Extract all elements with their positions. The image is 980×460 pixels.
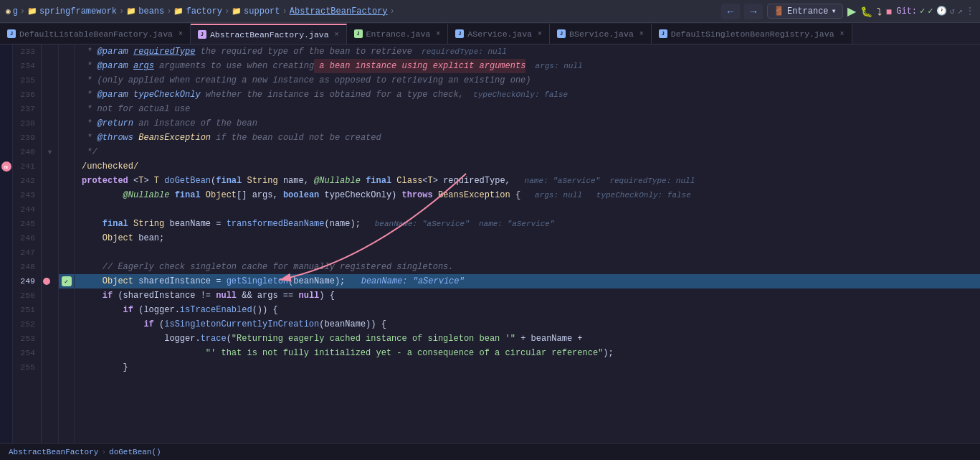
- line-numbers: 233 234 235 236 237 238 239 240 241 242 …: [13, 44, 42, 443]
- linenum-248: 248: [13, 260, 35, 274]
- left-marker-249: [0, 260, 12, 274]
- stop-button[interactable]: ■: [886, 6, 892, 17]
- tab-close-abstractbeanfactory[interactable]: ×: [335, 31, 339, 39]
- status-class[interactable]: AbstractBeanFactory: [9, 448, 98, 456]
- linenum-244: 244: [13, 202, 35, 217]
- git-history-icon[interactable]: 🕐: [936, 6, 947, 17]
- root-icon: ◉: [6, 6, 11, 16]
- code-line-255: }: [75, 360, 980, 375]
- status-breadcrumb: AbstractBeanFactory › doGetBean(): [9, 448, 161, 456]
- step-button[interactable]: ⤵: [877, 6, 882, 17]
- bg-251: [59, 303, 74, 317]
- code-line-237: * not for actual use: [75, 102, 980, 116]
- tab-bservice[interactable]: J BService.java ×: [550, 24, 652, 44]
- bg-235: [59, 73, 74, 88]
- toolbar-right: ← → 🚪 Entrance ▾ ▶ 🐛 ⤵ ■ Git: ✓ ✓ 🕐 ↺ ↗ …: [721, 4, 974, 19]
- breadcrumb-g[interactable]: g: [13, 6, 18, 17]
- tab-defaultlistable[interactable]: J DefaultListableBeanFactory.java ×: [0, 24, 191, 44]
- debug-row-253: [42, 332, 58, 346]
- tab-label-aservice: AService.java: [467, 29, 532, 39]
- breadcrumb-beans[interactable]: beans: [138, 6, 164, 17]
- forward-button[interactable]: →: [744, 4, 763, 19]
- bg-250: [59, 288, 74, 303]
- git-revert-icon[interactable]: ↺: [950, 6, 955, 17]
- linenum-242: 242: [13, 174, 35, 188]
- folder-icon-2: 📁: [126, 6, 136, 16]
- tab-abstractbeanfactory[interactable]: J AbstractBeanFactory.java ×: [191, 24, 347, 44]
- tab-close-bservice[interactable]: ×: [639, 30, 644, 38]
- tab-defaultsingleton[interactable]: J DefaultSingletonBeanRegistry.java ×: [652, 24, 852, 44]
- git-area: Git: ✓ ✓ 🕐 ↺ ↗ ⋮: [896, 6, 974, 17]
- entrance-dropdown[interactable]: 🚪 Entrance ▾: [767, 4, 843, 19]
- tab-aservice[interactable]: J AService.java ×: [448, 24, 550, 44]
- linenum-250: 250: [13, 288, 35, 303]
- check-icon-249: ✓: [62, 276, 72, 286]
- linenum-251: 251: [13, 303, 35, 317]
- bg-255: [59, 360, 74, 375]
- breadcrumb-factory[interactable]: factory: [186, 6, 222, 17]
- code-area[interactable]: * @param requiredType the required type …: [75, 44, 980, 443]
- git-external-icon[interactable]: ↗: [958, 6, 963, 17]
- code-line-236: * @param typeCheckOnly whether the insta…: [75, 88, 980, 102]
- linenum-243: 243: [13, 188, 35, 202]
- fold-icon-240[interactable]: ▼: [47, 149, 52, 156]
- tab-label-entrance: Entrance.java: [366, 29, 431, 39]
- tab-label-defaultlistable: DefaultListableBeanFactory.java: [19, 29, 173, 39]
- code-line-240: */: [75, 145, 980, 159]
- bg-243: [59, 188, 74, 202]
- bg-246: [59, 231, 74, 245]
- breadcrumb-support[interactable]: support: [244, 6, 280, 17]
- breakpoint-249[interactable]: [43, 278, 50, 285]
- tab-icon-entrance: J: [354, 29, 363, 38]
- code-line-246: Object bean;: [75, 231, 980, 245]
- tab-close-aservice[interactable]: ×: [538, 30, 542, 38]
- bg-236: [59, 88, 74, 102]
- code-line-254: "' that is not fully initialized yet - a…: [75, 346, 980, 360]
- debug-row-250: [42, 288, 58, 303]
- linenum-236: 236: [13, 88, 35, 102]
- bg-242: [59, 174, 74, 188]
- debug-row-248: [42, 260, 58, 274]
- entrance-icon: 🚪: [774, 6, 784, 17]
- code-line-249: Object sharedInstance = getSingleton(bea…: [75, 274, 980, 288]
- code-line-238: * @return an instance of the bean: [75, 116, 980, 131]
- git-checkmark-2[interactable]: ✓: [928, 6, 933, 17]
- editor-container: m 233 234 235 236 237 238 239 240 241 24…: [0, 44, 980, 443]
- debug-row-241: [42, 159, 58, 174]
- folder-icon-4: 📁: [232, 6, 242, 16]
- breadcrumb: ◉ g › 📁 springframework › 📁 beans › 📁 fa…: [6, 6, 717, 17]
- tab-entrance[interactable]: J Entrance.java ×: [347, 24, 449, 44]
- code-line-252: if (isSingletonCurrentlyInCreation(beanN…: [75, 317, 980, 332]
- tab-label-abstractbeanfactory: AbstractBeanFactory.java: [210, 30, 329, 39]
- tab-close-entrance[interactable]: ×: [436, 30, 440, 38]
- breadcrumb-abstractbeanfactory[interactable]: AbstractBeanFactory: [290, 6, 388, 17]
- debug-row-254: [42, 346, 58, 360]
- bg-248: [59, 260, 74, 274]
- debug-row-239: [42, 131, 58, 145]
- git-menu-icon[interactable]: ⋮: [966, 6, 974, 17]
- bg-240: [59, 145, 74, 159]
- status-bar: AbstractBeanFactory › doGetBean(): [0, 443, 980, 460]
- breadcrumb-springframework[interactable]: springframework: [39, 6, 117, 17]
- status-method[interactable]: doGetBean(): [109, 448, 161, 456]
- tab-close-defaultlistable[interactable]: ×: [179, 30, 183, 38]
- bg-239: [59, 131, 74, 145]
- toolbar: ◉ g › 📁 springframework › 📁 beans › 📁 fa…: [0, 0, 980, 23]
- debug-row-240: ▼: [42, 145, 58, 159]
- tab-close-defaultsingleton[interactable]: ×: [840, 30, 845, 38]
- bg-245: [59, 217, 74, 231]
- bg-241: [59, 159, 74, 174]
- debug-button[interactable]: 🐛: [860, 6, 872, 17]
- tab-icon-defaultsingleton: J: [659, 29, 667, 38]
- linenum-240: 240: [13, 145, 35, 159]
- code-line-245: final String beanName = transformedBeanN…: [75, 217, 980, 231]
- debug-gutter: ▼: [42, 44, 59, 443]
- left-marker-242: m: [0, 159, 12, 174]
- debug-row-233: [42, 44, 58, 59]
- git-checkmark-1[interactable]: ✓: [920, 6, 925, 17]
- run-button[interactable]: ▶: [847, 4, 856, 18]
- bg-244: [59, 202, 74, 217]
- code-line-243: @Nullable final Object[] args, boolean t…: [75, 188, 980, 202]
- back-button[interactable]: ←: [721, 4, 740, 19]
- code-line-242: protected <T> T doGetBean(final String n…: [75, 174, 980, 188]
